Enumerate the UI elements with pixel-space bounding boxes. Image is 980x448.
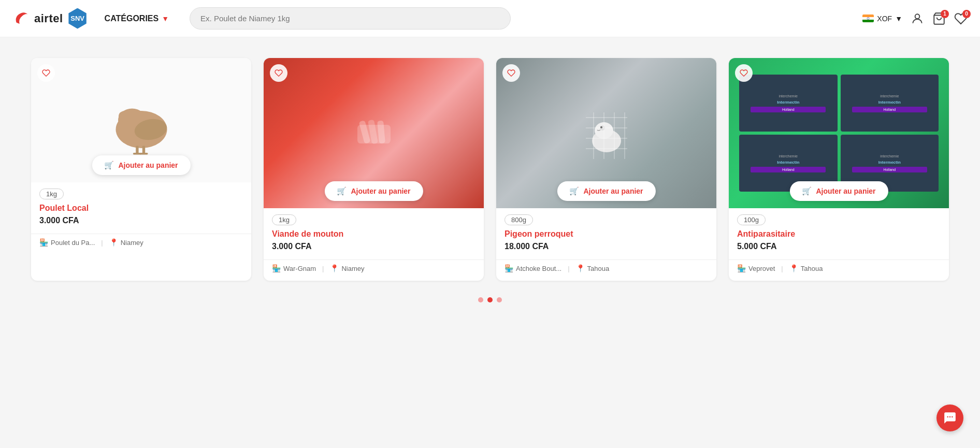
- product-location: 📍 Tahoua: [576, 264, 610, 272]
- meat-icon: [353, 112, 395, 154]
- product-price: 18.000 CFA: [505, 242, 708, 251]
- search-bar: [190, 7, 511, 30]
- product-info: 800g Pigeon perroquet 18.000 CFA: [496, 208, 716, 255]
- categories-arrow-icon: ▼: [162, 15, 169, 23]
- meta-separator: |: [322, 265, 324, 272]
- add-to-cart-label: Ajouter au panier: [351, 187, 410, 195]
- currency-arrow-icon: ▼: [895, 15, 902, 23]
- shop-icon: 🏪: [505, 264, 513, 272]
- wishlist-badge: 0: [962, 10, 971, 18]
- shop-icon: 🏪: [39, 238, 48, 247]
- wishlist-header-button[interactable]: 0: [954, 12, 968, 25]
- product-divider: [496, 259, 716, 260]
- categories-button[interactable]: CATÉGORIES ▼: [100, 14, 173, 23]
- chat-fab-icon: [943, 411, 957, 425]
- product-location: 📍 Niamey: [330, 264, 364, 272]
- cart-button[interactable]: 1: [932, 12, 946, 25]
- location-icon: 📍: [330, 264, 339, 272]
- chat-fab-button[interactable]: [936, 404, 963, 431]
- bird-illustration: [575, 102, 638, 164]
- product-info: 1kg Poulet Local 3.000 CFA: [31, 182, 251, 229]
- heart-icon: [740, 69, 748, 77]
- product-card: interchemie Intermectin Holland interche…: [729, 58, 949, 281]
- product-meta: 🏪 Atchoke Bout... | 📍 Tahoua: [496, 264, 716, 272]
- product-info: 100g Antiparasitaire 5.000 CFA: [729, 208, 949, 255]
- add-to-cart-button[interactable]: 🛒 Ajouter au panier: [557, 181, 655, 201]
- cart-badge: 1: [941, 10, 949, 18]
- product-price: 3.000 CFA: [272, 242, 475, 251]
- add-to-cart-label: Ajouter au panier: [816, 187, 875, 195]
- pagination-dot-1[interactable]: [478, 297, 483, 302]
- shop-icon: 🏪: [272, 264, 281, 272]
- cart-btn-icon: 🛒: [337, 186, 347, 196]
- cart-btn-icon: 🛒: [104, 161, 114, 170]
- product-divider: [729, 259, 949, 260]
- pagination: [31, 297, 949, 302]
- product-meta: 🏪 War-Gnam | 📍 Niamey: [264, 264, 484, 272]
- location-icon: 📍: [109, 238, 118, 247]
- product-meta: 🏪 Poulet du Pa... | 📍 Niamey: [31, 238, 251, 247]
- product-meta: 🏪 Veprovet | 📍 Tahoua: [729, 264, 949, 272]
- svg-point-9: [119, 112, 126, 118]
- add-to-cart-button[interactable]: 🛒 Ajouter au panier: [789, 181, 888, 201]
- cart-btn-icon: 🛒: [802, 186, 812, 196]
- svg-point-4: [915, 14, 920, 19]
- pagination-dot-3[interactable]: [497, 297, 502, 302]
- product-name: Viande de mouton: [272, 229, 475, 239]
- add-to-cart-button[interactable]: 🛒 Ajouter au panier: [92, 155, 190, 175]
- product-shop: 🏪 Poulet du Pa...: [39, 238, 95, 247]
- product-price: 5.000 CFA: [737, 242, 941, 251]
- account-button[interactable]: [911, 12, 924, 25]
- add-to-cart-label: Ajouter au panier: [118, 161, 178, 169]
- airtel-icon: [12, 9, 32, 28]
- airtel-logo: airtel: [12, 9, 63, 28]
- location-icon: 📍: [576, 264, 585, 272]
- products-grid: 🛒 Ajouter au panier 1kg Poulet Local 3.0…: [31, 58, 949, 281]
- svg-rect-14: [139, 153, 148, 155]
- cart-btn-icon: 🛒: [569, 186, 579, 196]
- meta-separator: |: [568, 265, 569, 272]
- pagination-dot-2[interactable]: [487, 297, 493, 302]
- product-card: 🛒 Ajouter au panier 800g Pigeon perroque…: [496, 58, 716, 281]
- location-icon: 📍: [789, 264, 798, 272]
- wishlist-button[interactable]: [270, 64, 287, 82]
- account-icon: [911, 12, 924, 25]
- wishlist-button[interactable]: [735, 64, 753, 82]
- heart-icon: [507, 69, 515, 77]
- wishlist-button[interactable]: [502, 64, 520, 82]
- shop-icon: 🏪: [737, 264, 746, 272]
- heart-icon: [275, 69, 283, 77]
- product-name: Pigeon perroquet: [505, 229, 708, 239]
- product-divider: [31, 234, 251, 234]
- airtel-brand-text: airtel: [34, 12, 63, 25]
- product-image-wrap: interchemie Intermectin Holland interche…: [729, 58, 949, 208]
- add-to-cart-label: Ajouter au panier: [583, 187, 643, 195]
- product-divider: [264, 259, 484, 260]
- chicken-illustration: [95, 79, 188, 162]
- currency-code: XOF: [877, 15, 892, 23]
- snv-badge: SNV: [67, 8, 88, 29]
- logo-area: airtel SNV: [12, 8, 88, 29]
- product-shop: 🏪 War-Gnam: [272, 264, 316, 272]
- weight-badge: 800g: [505, 214, 533, 225]
- meta-separator: |: [781, 265, 783, 272]
- search-input[interactable]: [190, 7, 511, 30]
- weight-badge: 1kg: [272, 214, 296, 225]
- header: airtel SNV CATÉGORIES ▼ XOF ▼: [0, 0, 980, 37]
- weight-badge: 1kg: [39, 189, 64, 199]
- main-content: 🛒 Ajouter au panier 1kg Poulet Local 3.0…: [0, 37, 980, 315]
- currency-selector[interactable]: XOF ▼: [862, 15, 902, 23]
- product-image-wrap: 🛒 Ajouter au panier: [496, 58, 716, 208]
- weight-badge: 100g: [737, 214, 766, 225]
- product-name: Antiparasitaire: [737, 229, 941, 239]
- categories-label: CATÉGORIES: [105, 14, 159, 23]
- product-name: Poulet Local: [39, 204, 243, 213]
- heart-icon: [42, 69, 50, 77]
- product-image-wrap: 🛒 Ajouter au panier: [264, 58, 484, 208]
- add-to-cart-button[interactable]: 🛒 Ajouter au panier: [324, 181, 423, 201]
- svg-rect-0: [862, 15, 874, 17]
- svg-rect-2: [862, 20, 874, 22]
- wishlist-button[interactable]: [37, 64, 55, 82]
- product-card: 🛒 Ajouter au panier 1kg Viande de mouton…: [264, 58, 484, 281]
- product-location: 📍 Niamey: [109, 238, 143, 247]
